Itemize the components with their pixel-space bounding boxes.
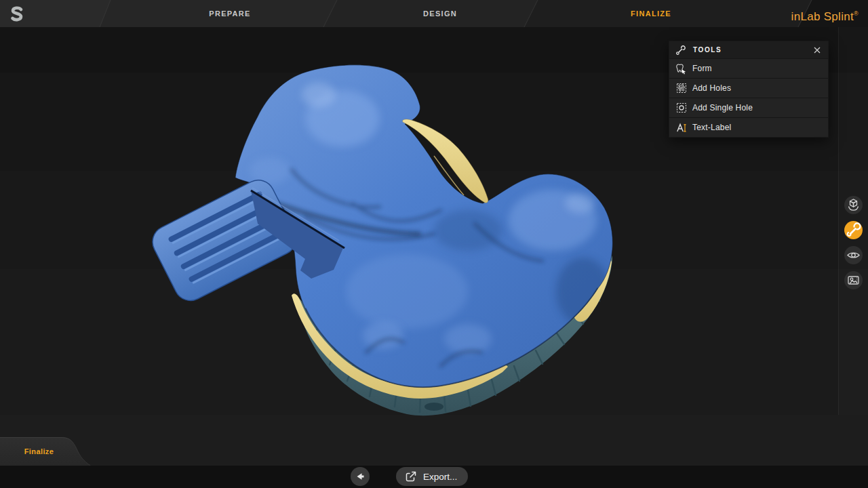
tool-item-form[interactable]: Form [669, 58, 828, 78]
stage-tab-label: Finalize [0, 437, 78, 466]
snapshot-image-icon [844, 271, 863, 289]
tool-item-label: Form [692, 64, 712, 73]
top-bar: PREPARE DESIGN FINALIZE inLab Splint® [0, 0, 868, 27]
visibility-eye-icon [844, 246, 863, 264]
tool-item-text-label[interactable]: Text-Label [669, 117, 828, 137]
step-design[interactable]: DESIGN [423, 0, 457, 27]
snapshot-button[interactable] [844, 271, 863, 289]
tool-item-label: Add Single Hole [692, 103, 753, 113]
app-window: TOOLS Form [0, 0, 868, 488]
stage-tab-finalize[interactable]: Finalize [0, 437, 95, 466]
export-button-label: Export... [423, 472, 457, 482]
add-single-hole-icon [675, 102, 687, 113]
app-title-text: inLab Splint [791, 10, 854, 23]
text-label-icon [675, 122, 687, 134]
view-options-button[interactable] [844, 196, 863, 214]
tools-button[interactable] [844, 221, 863, 239]
back-arrow-icon [351, 467, 370, 486]
form-tooth-icon [675, 63, 687, 75]
sirona-logo [7, 3, 27, 24]
tools-panel-header: TOOLS [669, 41, 828, 58]
export-button[interactable]: Export... [396, 467, 468, 486]
tool-item-add-holes[interactable]: Add Holes [669, 78, 828, 98]
tool-item-label: Text-Label [692, 123, 731, 132]
tools-panel: TOOLS Form [669, 41, 829, 138]
close-icon[interactable] [812, 45, 822, 55]
app-title: inLab Splint® [791, 0, 859, 27]
tools-wrench-icon [844, 221, 863, 239]
view-options-cube-icon [844, 196, 863, 214]
tool-item-add-single-hole[interactable]: Add Single Hole [669, 98, 828, 117]
export-icon [405, 470, 417, 483]
add-holes-icon [675, 83, 687, 94]
visibility-button[interactable] [844, 246, 863, 264]
app-title-trademark: ® [854, 10, 859, 17]
tools-panel-title: TOOLS [693, 46, 812, 54]
step-prepare[interactable]: PREPARE [209, 0, 250, 27]
tool-item-label: Add Holes [692, 83, 731, 93]
wrench-icon [675, 45, 686, 56]
back-button[interactable] [351, 467, 370, 486]
step-finalize[interactable]: FINALIZE [631, 0, 671, 27]
